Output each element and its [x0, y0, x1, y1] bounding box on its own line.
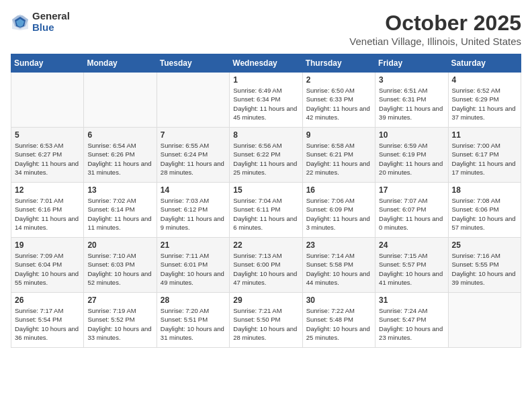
title-block: October 2025 Venetian Village, Illinois,… — [349, 11, 521, 47]
logo-icon — [11, 13, 30, 32]
cell-info: Sunrise: 7:22 AM Sunset: 5:48 PM Dayligh… — [306, 306, 371, 342]
logo-general-label: General — [32, 11, 70, 22]
cell-info: Sunrise: 7:04 AM Sunset: 6:11 PM Dayligh… — [233, 196, 298, 232]
calendar-cell: 26Sunrise: 7:17 AM Sunset: 5:54 PM Dayli… — [11, 293, 84, 348]
calendar-cell: 21Sunrise: 7:11 AM Sunset: 6:01 PM Dayli… — [157, 238, 229, 293]
calendar-cell: 6Sunrise: 6:54 AM Sunset: 6:26 PM Daylig… — [84, 128, 157, 183]
calendar-cell: 24Sunrise: 7:15 AM Sunset: 5:57 PM Dayli… — [375, 238, 448, 293]
calendar-cell: 20Sunrise: 7:10 AM Sunset: 6:03 PM Dayli… — [84, 238, 157, 293]
day-number: 10 — [379, 130, 444, 140]
cell-info: Sunrise: 7:11 AM Sunset: 6:01 PM Dayligh… — [161, 251, 226, 287]
calendar-cell: 8Sunrise: 6:56 AM Sunset: 6:22 PM Daylig… — [230, 128, 302, 183]
cell-info: Sunrise: 7:06 AM Sunset: 6:09 PM Dayligh… — [306, 196, 371, 232]
day-number: 18 — [452, 185, 517, 195]
calendar-table: Sunday Monday Tuesday Wednesday Thursday… — [11, 54, 521, 348]
cell-info: Sunrise: 7:21 AM Sunset: 5:50 PM Dayligh… — [233, 306, 298, 342]
calendar-cell: 29Sunrise: 7:21 AM Sunset: 5:50 PM Dayli… — [230, 293, 302, 348]
day-number: 13 — [87, 185, 152, 195]
calendar-cell: 11Sunrise: 7:00 AM Sunset: 6:17 PM Dayli… — [448, 128, 521, 183]
calendar-cell: 10Sunrise: 6:59 AM Sunset: 6:19 PM Dayli… — [375, 128, 448, 183]
calendar-row-3: 12Sunrise: 7:01 AM Sunset: 6:16 PM Dayli… — [11, 183, 521, 238]
calendar-cell: 4Sunrise: 6:52 AM Sunset: 6:29 PM Daylig… — [448, 73, 521, 128]
calendar-header: Sunday Monday Tuesday Wednesday Thursday… — [11, 54, 521, 73]
logo-blue-label: Blue — [32, 22, 70, 34]
cell-info: Sunrise: 7:16 AM Sunset: 5:55 PM Dayligh… — [452, 251, 517, 287]
col-thursday: Thursday — [302, 54, 375, 73]
day-number: 25 — [452, 240, 517, 250]
cell-info: Sunrise: 6:53 AM Sunset: 6:27 PM Dayligh… — [15, 141, 80, 177]
calendar-cell: 1Sunrise: 6:49 AM Sunset: 6:34 PM Daylig… — [230, 73, 302, 128]
cell-info: Sunrise: 7:02 AM Sunset: 6:14 PM Dayligh… — [87, 196, 152, 232]
day-number: 27 — [87, 295, 152, 305]
calendar-cell: 16Sunrise: 7:06 AM Sunset: 6:09 PM Dayli… — [302, 183, 375, 238]
calendar-cell: 9Sunrise: 6:58 AM Sunset: 6:21 PM Daylig… — [302, 128, 375, 183]
day-number: 31 — [379, 295, 444, 305]
calendar-cell: 14Sunrise: 7:03 AM Sunset: 6:12 PM Dayli… — [157, 183, 229, 238]
calendar-cell: 19Sunrise: 7:09 AM Sunset: 6:04 PM Dayli… — [11, 238, 84, 293]
cell-info: Sunrise: 6:56 AM Sunset: 6:22 PM Dayligh… — [233, 141, 298, 177]
day-number: 20 — [87, 240, 152, 250]
day-number: 8 — [233, 130, 298, 140]
calendar-cell: 25Sunrise: 7:16 AM Sunset: 5:55 PM Dayli… — [448, 238, 521, 293]
calendar-body: 1Sunrise: 6:49 AM Sunset: 6:34 PM Daylig… — [11, 73, 521, 348]
calendar-row-5: 26Sunrise: 7:17 AM Sunset: 5:54 PM Dayli… — [11, 293, 521, 348]
calendar-cell: 7Sunrise: 6:55 AM Sunset: 6:24 PM Daylig… — [157, 128, 229, 183]
col-friday: Friday — [375, 54, 448, 73]
col-saturday: Saturday — [448, 54, 521, 73]
calendar-cell — [11, 73, 84, 128]
page-header: General Blue October 2025 Venetian Villa… — [11, 11, 521, 47]
col-tuesday: Tuesday — [157, 54, 229, 73]
cell-info: Sunrise: 6:58 AM Sunset: 6:21 PM Dayligh… — [306, 141, 371, 177]
cell-info: Sunrise: 7:19 AM Sunset: 5:52 PM Dayligh… — [87, 306, 152, 342]
calendar-cell: 27Sunrise: 7:19 AM Sunset: 5:52 PM Dayli… — [84, 293, 157, 348]
cell-info: Sunrise: 7:09 AM Sunset: 6:04 PM Dayligh… — [15, 251, 80, 287]
calendar-cell: 5Sunrise: 6:53 AM Sunset: 6:27 PM Daylig… — [11, 128, 84, 183]
day-number: 11 — [452, 130, 517, 140]
calendar-cell: 2Sunrise: 6:50 AM Sunset: 6:33 PM Daylig… — [302, 73, 375, 128]
cell-info: Sunrise: 6:51 AM Sunset: 6:31 PM Dayligh… — [379, 86, 444, 122]
calendar-cell: 3Sunrise: 6:51 AM Sunset: 6:31 PM Daylig… — [375, 73, 448, 128]
cell-info: Sunrise: 7:00 AM Sunset: 6:17 PM Dayligh… — [452, 141, 517, 177]
cell-info: Sunrise: 6:54 AM Sunset: 6:26 PM Dayligh… — [87, 141, 152, 177]
cell-info: Sunrise: 7:24 AM Sunset: 5:47 PM Dayligh… — [379, 306, 444, 342]
calendar-cell: 12Sunrise: 7:01 AM Sunset: 6:16 PM Dayli… — [11, 183, 84, 238]
calendar-cell: 22Sunrise: 7:13 AM Sunset: 6:00 PM Dayli… — [230, 238, 302, 293]
col-sunday: Sunday — [11, 54, 84, 73]
cell-info: Sunrise: 7:07 AM Sunset: 6:07 PM Dayligh… — [379, 196, 444, 232]
cell-info: Sunrise: 6:59 AM Sunset: 6:19 PM Dayligh… — [379, 141, 444, 177]
cell-info: Sunrise: 7:01 AM Sunset: 6:16 PM Dayligh… — [15, 196, 80, 232]
day-number: 12 — [15, 185, 80, 195]
day-number: 7 — [161, 130, 226, 140]
logo: General Blue — [11, 11, 70, 33]
day-number: 19 — [15, 240, 80, 250]
day-number: 1 — [233, 75, 298, 85]
day-number: 3 — [379, 75, 444, 85]
day-number: 29 — [233, 295, 298, 305]
cell-info: Sunrise: 7:08 AM Sunset: 6:06 PM Dayligh… — [452, 196, 517, 232]
day-number: 26 — [15, 295, 80, 305]
col-wednesday: Wednesday — [230, 54, 302, 73]
cell-info: Sunrise: 7:13 AM Sunset: 6:00 PM Dayligh… — [233, 251, 298, 287]
location-title: Venetian Village, Illinois, United State… — [349, 36, 521, 47]
cell-info: Sunrise: 7:10 AM Sunset: 6:03 PM Dayligh… — [87, 251, 152, 287]
day-number: 22 — [233, 240, 298, 250]
calendar-cell: 15Sunrise: 7:04 AM Sunset: 6:11 PM Dayli… — [230, 183, 302, 238]
calendar-cell: 30Sunrise: 7:22 AM Sunset: 5:48 PM Dayli… — [302, 293, 375, 348]
day-number: 5 — [15, 130, 80, 140]
day-number: 30 — [306, 295, 371, 305]
day-number: 28 — [161, 295, 226, 305]
cell-info: Sunrise: 7:15 AM Sunset: 5:57 PM Dayligh… — [379, 251, 444, 287]
day-number: 16 — [306, 185, 371, 195]
cell-info: Sunrise: 7:17 AM Sunset: 5:54 PM Dayligh… — [15, 306, 80, 342]
day-number: 24 — [379, 240, 444, 250]
header-row: Sunday Monday Tuesday Wednesday Thursday… — [11, 54, 521, 73]
calendar-cell: 31Sunrise: 7:24 AM Sunset: 5:47 PM Dayli… — [375, 293, 448, 348]
day-number: 6 — [87, 130, 152, 140]
calendar-cell: 17Sunrise: 7:07 AM Sunset: 6:07 PM Dayli… — [375, 183, 448, 238]
day-number: 17 — [379, 185, 444, 195]
day-number: 4 — [452, 75, 517, 85]
calendar-row-2: 5Sunrise: 6:53 AM Sunset: 6:27 PM Daylig… — [11, 128, 521, 183]
day-number: 14 — [161, 185, 226, 195]
cell-info: Sunrise: 7:20 AM Sunset: 5:51 PM Dayligh… — [161, 306, 226, 342]
calendar-cell: 23Sunrise: 7:14 AM Sunset: 5:58 PM Dayli… — [302, 238, 375, 293]
